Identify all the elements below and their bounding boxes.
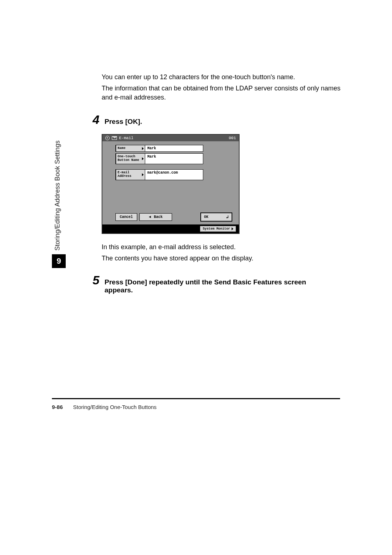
screenshot-header-left: E-mail [105, 136, 134, 140]
ok-button-label: OK [204, 215, 208, 219]
footer-title: Storing/Editing One-Touch Buttons [73, 404, 156, 410]
chapter-title-vertical: Storing/Editing Address Book Settings [54, 141, 61, 251]
cancel-button[interactable]: Cancel [115, 213, 137, 221]
page-number: 9-86 [52, 404, 63, 410]
post-screenshot-text: In this example, an e-mail address is se… [102, 243, 341, 263]
screenshot-body: Name Mark One-touch Button Name Mark E [102, 141, 239, 210]
name-value: Mark [145, 145, 203, 152]
name-button[interactable]: Name [115, 145, 145, 152]
email-value: mark@canon.com [145, 169, 203, 180]
step-5-title: Press [Done] repeatedly until the Send B… [105, 278, 330, 294]
chevron-right-icon [142, 173, 144, 176]
ok-button[interactable]: OK ↲ [200, 212, 232, 222]
enter-icon: ↲ [226, 214, 229, 220]
step-5-number: 5 [89, 273, 99, 287]
back-button[interactable]: ◄ Back [139, 213, 172, 221]
row-email: E-mail Address mark@canon.com [115, 169, 232, 180]
email-address-button-label: E-mail Address [118, 171, 131, 178]
footer: 9-86 Storing/Editing One-Touch Buttons [52, 404, 156, 410]
screenshot-id: 001 [229, 136, 236, 140]
chapter-number-tab: 9 [52, 254, 66, 268]
page: Storing/Editing Address Book Settings 9 … [0, 0, 392, 555]
screenshot-header: E-mail 001 [102, 135, 239, 141]
intro-paragraph-2: The information that can be obtained fro… [102, 84, 341, 102]
system-monitor-label: System Monitor [203, 227, 230, 231]
chevron-right-icon [142, 147, 144, 150]
step-5: 5 Press [Done] repeatedly until the Send… [89, 273, 341, 294]
content-area: You can enter up to 12 characters for th… [102, 73, 341, 294]
name-button-label: Name [118, 146, 126, 150]
back-button-label: Back [154, 215, 163, 219]
footer-rule [52, 398, 340, 399]
chevron-right-icon [232, 227, 233, 230]
intro-paragraph-1: You can enter up to 12 characters for th… [102, 73, 341, 82]
triangle-left-icon: ◄ [149, 215, 151, 219]
status-icon [105, 136, 110, 140]
one-touch-button-label: One-touch Button Name [118, 155, 139, 162]
screenshot-title: E-mail [119, 136, 134, 140]
step-4-title: Press [OK]. [105, 118, 142, 126]
screenshot-footer: Cancel ◄ Back OK ↲ [102, 210, 239, 224]
email-icon [112, 136, 117, 140]
one-touch-button[interactable]: One-touch Button Name [115, 153, 145, 164]
step-4: 4 Press [OK]. [89, 113, 341, 127]
system-monitor-button[interactable]: System Monitor [200, 226, 236, 232]
step-4-number: 4 [89, 113, 99, 127]
example-line-1: In this example, an e-mail address is se… [102, 243, 341, 252]
email-address-button[interactable]: E-mail Address [115, 169, 145, 180]
device-screenshot: E-mail 001 Name Mark One-touch Button Na… [102, 134, 240, 234]
system-bar: System Monitor [102, 224, 239, 233]
row-name: Name Mark [115, 145, 232, 152]
one-touch-value: Mark [145, 153, 203, 164]
example-line-2: The contents you have stored appear on t… [102, 254, 341, 263]
chevron-right-icon [142, 157, 144, 160]
spacer [115, 166, 232, 169]
row-onetouch: One-touch Button Name Mark [115, 153, 232, 164]
